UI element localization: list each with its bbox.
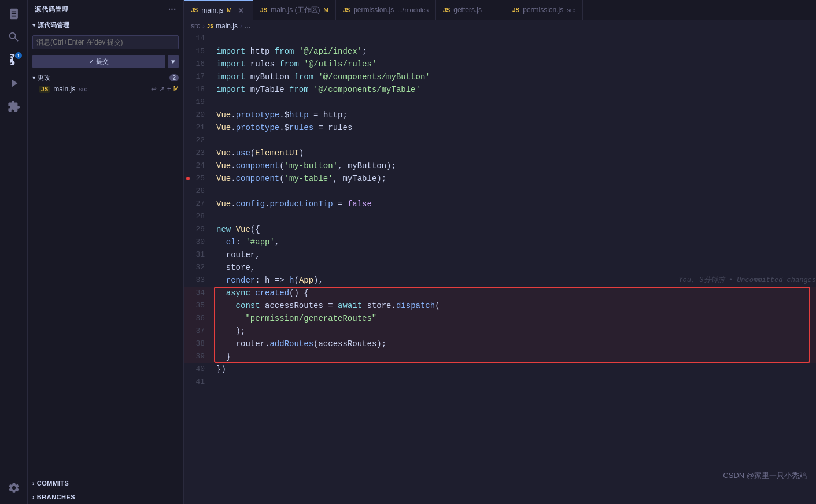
chevron-down-icon: ▾ bbox=[32, 22, 35, 28]
editor-area: JS main.js M ✕ JS main.js (工作区) M JS per… bbox=[184, 0, 816, 504]
code-line-25: 25 Vue.component('my-table', myTable); bbox=[184, 172, 816, 185]
code-line-23: 23 Vue.use(ElementUI) bbox=[184, 147, 816, 160]
sidebar-header-icons: ··· bbox=[168, 5, 176, 14]
run-debug-icon[interactable] bbox=[5, 74, 23, 92]
code-line-34: 34 async created() { bbox=[184, 287, 816, 299]
breadcrumb: src › JS main.js › ... bbox=[184, 20, 816, 32]
code-line-21: 21 Vue.prototype.$rules = rules bbox=[184, 121, 816, 134]
code-container[interactable]: 14 15 import http from '@/api/index'; 16… bbox=[184, 32, 816, 504]
file-open-icon[interactable]: ↗ bbox=[159, 85, 165, 93]
code-line-35: 35 const accessRoutes = await store.disp… bbox=[184, 299, 816, 312]
code-line-24: 24 Vue.component('my-button', myButton); bbox=[184, 160, 816, 172]
code-line-31: 31 router, bbox=[184, 249, 816, 261]
red-block-container: 34 async created() { 35 const accessRout… bbox=[184, 287, 816, 363]
chevron-down-icon: ▾ bbox=[32, 75, 35, 81]
code-line-27: 27 Vue.config.productionTip = false bbox=[184, 198, 816, 210]
code-line-32: 32 store, bbox=[184, 261, 816, 274]
tab-modified-dot: M bbox=[227, 7, 231, 13]
file-actions: ↩ ↗ + M bbox=[151, 85, 179, 93]
code-line-14: 14 bbox=[184, 32, 816, 45]
source-control-badge: 1 bbox=[15, 52, 22, 59]
code-line-16: 16 import rules from '@/utils/rules' bbox=[184, 58, 816, 71]
sidebar-more-icon[interactable]: ··· bbox=[168, 5, 176, 14]
breadcrumb-ellipsis[interactable]: ... bbox=[245, 22, 250, 30]
tab-modified-dot: M bbox=[324, 7, 328, 13]
breadcrumb-src[interactable]: src bbox=[191, 22, 200, 30]
tab-permission-js[interactable]: JS permission.js ...\modules bbox=[336, 0, 436, 20]
file-name: main.js bbox=[53, 85, 75, 93]
tab-permission-js-src[interactable]: JS permission.js src bbox=[505, 0, 583, 20]
tab-getters-js[interactable]: JS getters.js bbox=[436, 0, 505, 20]
search-icon[interactable] bbox=[5, 28, 23, 46]
sidebar-item-branches[interactable]: › BRANCHES bbox=[28, 490, 183, 504]
breadcrumb-file[interactable]: main.js bbox=[216, 22, 238, 30]
sidebar-item-commits[interactable]: › COMMITS bbox=[28, 476, 183, 490]
commit-button[interactable]: ✓ 提交 bbox=[32, 55, 165, 68]
changes-count-badge: 2 bbox=[169, 74, 179, 81]
chevron-right-icon: › bbox=[32, 494, 35, 501]
changed-file-item[interactable]: JS main.js src ↩ ↗ + M bbox=[28, 84, 183, 94]
commit-message-input[interactable] bbox=[32, 35, 179, 49]
code-line-20: 20 Vue.prototype.$http = http; bbox=[184, 109, 816, 121]
code-line-40: 40 }) bbox=[184, 363, 816, 376]
js-icon: JS bbox=[260, 7, 267, 13]
sidebar-section-source-control[interactable]: ▾ 源代码管理 bbox=[28, 18, 183, 32]
file-stage-icon[interactable]: + bbox=[167, 85, 171, 93]
commit-input-area bbox=[28, 32, 183, 53]
changes-section: ▾ 更改 2 JS main.js src ↩ ↗ + M bbox=[28, 71, 183, 95]
code-line-30: 30 el: '#app', bbox=[184, 236, 816, 249]
js-icon: JS bbox=[343, 7, 350, 13]
chevron-right-icon: › bbox=[32, 480, 35, 487]
file-path: src bbox=[79, 86, 87, 92]
code-line-33: 33 render: h => h(App), You, 3分钟前 • Unco… bbox=[184, 274, 816, 287]
git-blame: You, 3分钟前 • Uncommitted changes bbox=[667, 274, 816, 287]
tab-close-button[interactable]: ✕ bbox=[238, 6, 245, 15]
js-icon-small: JS bbox=[207, 23, 213, 29]
changes-section-header[interactable]: ▾ 更改 2 bbox=[28, 72, 183, 84]
commit-btn-row: ✓ 提交 ▾ bbox=[28, 53, 183, 71]
sidebar: 源代码管理 ··· ▾ 源代码管理 ✓ 提交 ▾ ▾ 更改 2 JS main.… bbox=[28, 0, 184, 504]
js-icon: JS bbox=[191, 7, 198, 13]
breakpoint-dot bbox=[186, 177, 190, 180]
code-line-19: 19 bbox=[184, 96, 816, 109]
tab-main-js-workspace[interactable]: JS main.js (工作区) M bbox=[253, 0, 336, 20]
file-status: M bbox=[173, 85, 179, 93]
extensions-icon[interactable] bbox=[5, 97, 23, 116]
code-line-39: 39 } bbox=[184, 350, 816, 363]
source-control-icon[interactable]: 1 bbox=[5, 51, 23, 69]
sidebar-bottom: › COMMITS › BRANCHES bbox=[28, 476, 183, 504]
code-line-17: 17 import myButton from '@/components/my… bbox=[184, 71, 816, 83]
sidebar-title: 源代码管理 ··· bbox=[28, 0, 183, 18]
js-icon: JS bbox=[512, 7, 519, 13]
tab-main-js-active[interactable]: JS main.js M ✕ bbox=[184, 0, 253, 20]
js-icon: JS bbox=[443, 7, 450, 13]
activity-bar: 1 bbox=[0, 0, 28, 504]
code-line-28: 28 bbox=[184, 210, 816, 223]
code-line-38: 38 router.addRoutes(accessRoutes); bbox=[184, 338, 816, 350]
explorer-icon[interactable] bbox=[5, 5, 23, 23]
code-line-29: 29 new Vue({ bbox=[184, 223, 816, 236]
commit-dropdown-button[interactable]: ▾ bbox=[168, 55, 179, 68]
code-line-26: 26 bbox=[184, 185, 816, 198]
file-revert-icon[interactable]: ↩ bbox=[151, 85, 157, 93]
code-line-41: 41 bbox=[184, 376, 816, 388]
tabs-bar: JS main.js M ✕ JS main.js (工作区) M JS per… bbox=[184, 0, 816, 20]
code-line-37: 37 ); bbox=[184, 325, 816, 338]
code-line-22: 22 bbox=[184, 134, 816, 147]
code-line-36: 36 "permission/generateRoutes" bbox=[184, 312, 816, 325]
code-line-18: 18 import myTable from '@/components/myT… bbox=[184, 83, 816, 96]
js-file-icon: JS bbox=[39, 86, 50, 93]
code-line-15: 15 import http from '@/api/index'; bbox=[184, 45, 816, 58]
settings-icon[interactable] bbox=[5, 479, 23, 497]
